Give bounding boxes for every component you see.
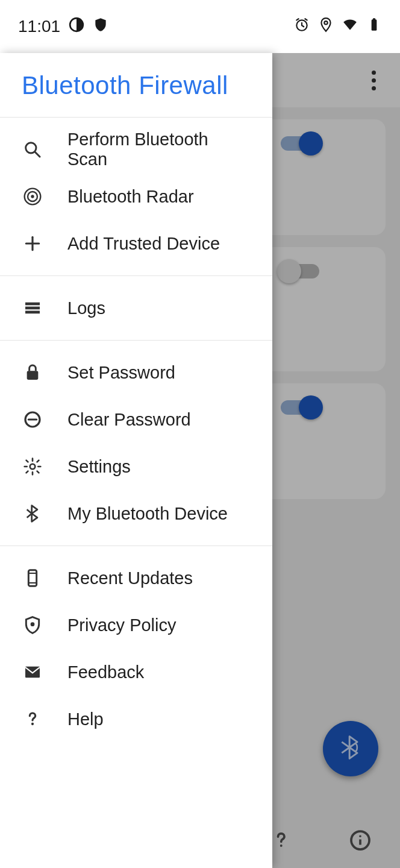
drawer-item-feedback[interactable]: Feedback — [0, 649, 272, 696]
svg-rect-3 — [372, 19, 377, 30]
shield-small-icon — [93, 17, 108, 37]
drawer-item-label: Recent Updates — [67, 568, 193, 588]
drawer-title: Bluetooth Firewall — [22, 71, 251, 100]
drawer-item-settings[interactable]: Settings — [0, 443, 272, 490]
svg-rect-17 — [25, 307, 40, 310]
drawer-header: Bluetooth Firewall — [0, 53, 272, 118]
battery-icon — [366, 17, 382, 37]
mail-icon — [22, 661, 43, 683]
plus-icon — [22, 233, 43, 254]
svg-point-2 — [324, 21, 327, 24]
drawer-item-label: My Bluetooth Device — [67, 504, 228, 524]
bluetooth-icon — [22, 503, 43, 524]
drawer-item-my-device[interactable]: My Bluetooth Device — [0, 490, 272, 537]
radar-icon — [22, 186, 43, 207]
drawer-item-logs[interactable]: Logs — [0, 285, 272, 332]
drawer-item-label: Perform Bluetooth Scan — [67, 130, 251, 169]
svg-rect-18 — [25, 311, 40, 314]
drawer-item-label: Privacy Policy — [67, 615, 177, 635]
drawer-item-recent-updates[interactable]: Recent Updates — [0, 555, 272, 602]
list-icon — [22, 297, 43, 319]
drawer-item-label: Bluetooth Radar — [67, 187, 194, 207]
drawer-item-label: Settings — [67, 457, 131, 477]
phone-icon — [22, 567, 43, 589]
drawer-item-label: Feedback — [67, 662, 144, 682]
status-time: 11:01 — [18, 17, 60, 36]
lock-icon — [22, 362, 43, 383]
drawer-item-set-password[interactable]: Set Password — [0, 349, 272, 396]
drawer-item-clear-password[interactable]: Clear Password — [0, 396, 272, 443]
search-icon — [22, 139, 43, 160]
svg-rect-16 — [25, 303, 40, 306]
svg-point-28 — [31, 723, 34, 725]
drawer-item-help[interactable]: Help — [0, 696, 272, 743]
drawer-item-label: Set Password — [67, 363, 175, 383]
clear-circle-icon — [22, 409, 43, 430]
drawer-item-label: Clear Password — [67, 410, 191, 430]
svg-point-13 — [31, 195, 34, 198]
nav-drawer: Bluetooth Firewall Perform Bluetooth Sca… — [0, 53, 272, 868]
help-icon — [22, 708, 43, 730]
drawer-item-label: Add Trusted Device — [67, 234, 220, 254]
drawer-item-add-trusted[interactable]: Add Trusted Device — [0, 220, 272, 267]
drawer-item-privacy[interactable]: Privacy Policy — [0, 602, 272, 649]
drawer-item-scan[interactable]: Perform Bluetooth Scan — [0, 126, 272, 173]
svg-rect-23 — [28, 570, 36, 587]
svg-rect-19 — [27, 371, 39, 380]
location-icon — [318, 17, 334, 37]
wifi-icon — [342, 17, 358, 37]
svg-rect-4 — [373, 18, 375, 20]
drawer-item-radar[interactable]: Bluetooth Radar — [0, 173, 272, 220]
svg-point-26 — [31, 622, 35, 626]
alarm-icon — [294, 17, 310, 37]
gear-icon — [22, 456, 43, 477]
status-dot-icon — [69, 17, 84, 37]
svg-point-22 — [30, 464, 36, 470]
drawer-item-label: Help — [67, 709, 104, 729]
shield-icon — [22, 614, 43, 636]
status-bar: 11:01 — [0, 0, 400, 53]
drawer-item-label: Logs — [67, 298, 105, 318]
svg-line-10 — [35, 152, 40, 157]
